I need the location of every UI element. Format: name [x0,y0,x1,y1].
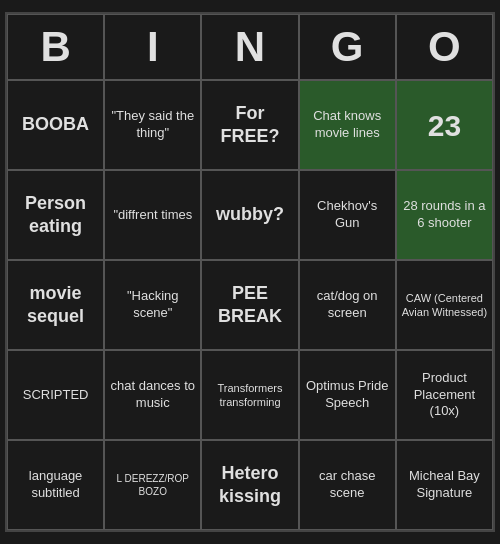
bingo-cell-11[interactable]: "Hacking scene" [104,260,201,350]
bingo-cell-18[interactable]: Optimus Pride Speech [299,350,396,440]
bingo-cell-8[interactable]: Chekhov's Gun [299,170,396,260]
bingo-cell-7[interactable]: wubby? [201,170,298,260]
bingo-letter-g: G [299,14,396,80]
bingo-card: BINGO BOOBA"They said the thing"For FREE… [5,12,495,532]
bingo-cell-22[interactable]: Hetero kissing [201,440,298,530]
bingo-cell-16[interactable]: chat dances to music [104,350,201,440]
bingo-cell-6[interactable]: "diffrent times [104,170,201,260]
bingo-letter-o: O [396,14,493,80]
bingo-cell-23[interactable]: car chase scene [299,440,396,530]
bingo-letter-b: B [7,14,104,80]
bingo-cell-12[interactable]: PEE BREAK [201,260,298,350]
bingo-cell-3[interactable]: Chat knows movie lines [299,80,396,170]
bingo-header: BINGO [7,14,493,80]
bingo-cell-17[interactable]: Transformers transforming [201,350,298,440]
bingo-cell-24[interactable]: Micheal Bay Signature [396,440,493,530]
bingo-cell-20[interactable]: language subtitled [7,440,104,530]
bingo-cell-4[interactable]: 23 [396,80,493,170]
bingo-cell-14[interactable]: CAW (Centered Avian Witnessed) [396,260,493,350]
bingo-cell-15[interactable]: SCRIPTED [7,350,104,440]
bingo-cell-10[interactable]: movie sequel [7,260,104,350]
bingo-cell-13[interactable]: cat/dog on screen [299,260,396,350]
bingo-cell-9[interactable]: 28 rounds in a 6 shooter [396,170,493,260]
bingo-cell-19[interactable]: Product Placement (10x) [396,350,493,440]
bingo-cell-1[interactable]: "They said the thing" [104,80,201,170]
bingo-cell-0[interactable]: BOOBA [7,80,104,170]
bingo-grid: BOOBA"They said the thing"For FREE?Chat … [7,80,493,530]
bingo-cell-2[interactable]: For FREE? [201,80,298,170]
bingo-letter-i: I [104,14,201,80]
bingo-letter-n: N [201,14,298,80]
bingo-cell-5[interactable]: Person eating [7,170,104,260]
bingo-cell-21[interactable]: L DEREZZ/ROP BOZO [104,440,201,530]
